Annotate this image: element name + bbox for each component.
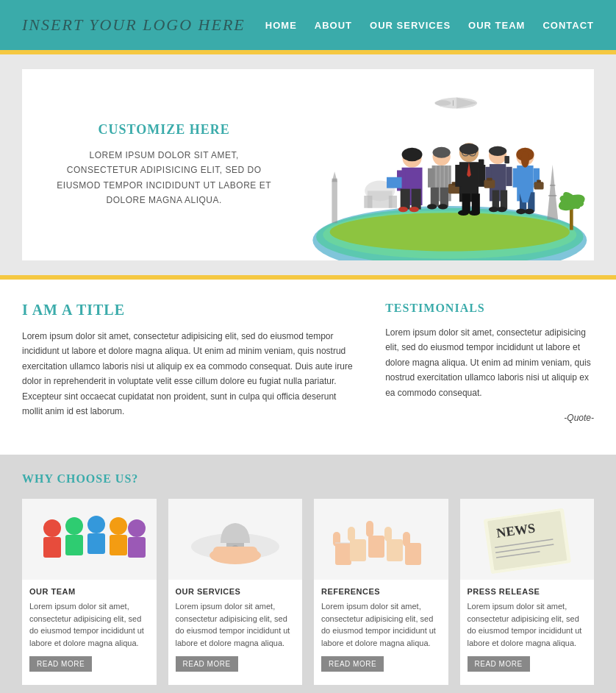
svg-rect-82 [534, 182, 544, 189]
card-services-title: Our Services [176, 587, 296, 596]
card-services-body: Our Services Lorem ipsum dolor sit amet,… [168, 580, 303, 678]
nav-contact[interactable]: Contact [542, 20, 594, 31]
svg-point-45 [427, 204, 437, 209]
svg-rect-39 [428, 168, 434, 188]
svg-rect-65 [493, 191, 499, 210]
testimonials-text: Lorem ipsum dolor sit amet, consectetur … [385, 325, 594, 400]
card-references: References Lorem ipsum dolor sit amet, c… [314, 499, 448, 685]
card-team: Our Team Lorem ipsum dolor sit amet, con… [22, 499, 157, 685]
hero-paragraph: LOREM IPSUM DOLOR SIT AMET,CONSECTETUR A… [57, 148, 271, 208]
main-nav: Home About Our Services Our Team Contact [265, 20, 594, 31]
card-press: NEWS Press Release Lorem ipsum dolor sit… [460, 499, 595, 685]
svg-rect-97 [110, 535, 127, 555]
svg-rect-40 [431, 188, 439, 207]
main-left-heading: I Am A Title [22, 302, 356, 319]
nav-team[interactable]: Our Team [468, 20, 525, 31]
main-right-column: Testimonials Lorem ipsum dolor sit amet,… [385, 302, 594, 425]
card-references-text: Lorem ipsum dolor sit amet, consectetur … [321, 600, 441, 649]
card-references-body: References Lorem ipsum dolor sit amet, c… [314, 580, 448, 678]
svg-rect-41 [440, 188, 448, 207]
main-content-section: I Am A Title Lorem ipsum dolor sit amet,… [0, 280, 616, 455]
hero-illustration [306, 69, 594, 260]
svg-point-90 [43, 519, 61, 537]
svg-rect-99 [128, 537, 146, 558]
nav-services[interactable]: Our Services [370, 20, 451, 31]
svg-rect-104 [213, 547, 257, 555]
why-heading: Why Choose Us? [22, 472, 594, 486]
svg-point-17 [435, 100, 451, 105]
svg-point-71 [489, 207, 498, 212]
svg-rect-95 [87, 533, 105, 554]
svg-rect-49 [456, 165, 462, 187]
site-header: Insert Your Logo Here Home About Our Ser… [0, 0, 616, 50]
nav-about[interactable]: About [315, 20, 352, 31]
card-team-text: Lorem ipsum dolor sit amet, consectetur … [29, 600, 149, 649]
svg-rect-27 [401, 189, 410, 210]
quote-text: -Quote- [385, 411, 594, 425]
svg-point-20 [498, 105, 518, 118]
hero-section: Customize Here LOREM IPSUM DOLOR SIT AME… [0, 54, 616, 275]
svg-rect-67 [505, 156, 510, 163]
svg-rect-117 [487, 511, 567, 571]
card-team-title: Our Team [29, 587, 149, 596]
svg-rect-26 [412, 170, 420, 191]
svg-point-92 [65, 517, 83, 535]
nav-home[interactable]: Home [265, 20, 297, 31]
cards-container: Our Team Lorem ipsum dolor sit amet, con… [22, 499, 594, 685]
svg-point-19 [520, 103, 545, 117]
svg-rect-51 [462, 193, 470, 213]
svg-rect-52 [472, 193, 480, 213]
main-left-column: I Am A Title Lorem ipsum dolor sit amet,… [22, 302, 356, 425]
svg-rect-113 [384, 527, 392, 541]
svg-point-32 [409, 207, 419, 212]
svg-point-72 [498, 207, 507, 212]
svg-point-81 [521, 151, 529, 167]
svg-rect-110 [368, 536, 384, 558]
svg-rect-8 [332, 179, 337, 224]
svg-rect-109 [348, 527, 355, 541]
svg-point-4 [330, 213, 570, 251]
hero-text-panel: Customize Here LOREM IPSUM DOLOR SIT AME… [22, 69, 306, 260]
svg-point-60 [469, 210, 480, 216]
card-team-button[interactable]: Read More [29, 656, 92, 672]
svg-rect-108 [350, 539, 366, 561]
svg-rect-112 [387, 539, 403, 561]
card-services: Our Services Lorem ipsum dolor sit amet,… [168, 499, 303, 685]
card-press-body: Press Release Lorem ipsum dolor sit amet… [460, 580, 595, 678]
svg-point-85 [525, 209, 534, 214]
svg-point-22 [361, 121, 382, 133]
card-references-image [314, 499, 448, 580]
svg-point-46 [438, 204, 448, 209]
svg-rect-115 [403, 532, 410, 547]
card-references-button[interactable]: Read More [321, 656, 384, 672]
svg-point-31 [398, 207, 408, 212]
card-services-image [168, 499, 303, 580]
svg-rect-64 [506, 167, 512, 186]
why-section: Why Choose Us? Our [0, 455, 616, 693]
svg-point-68 [489, 146, 506, 156]
logo: Insert Your Logo Here [22, 15, 246, 35]
svg-point-96 [110, 517, 127, 535]
main-left-text: Lorem ipsum dolor sit amet, consectetur … [22, 329, 356, 419]
svg-rect-12 [365, 196, 373, 208]
svg-point-57 [459, 143, 479, 154]
svg-point-59 [458, 210, 469, 216]
svg-point-94 [87, 516, 105, 533]
svg-rect-106 [333, 532, 340, 547]
svg-point-84 [517, 209, 526, 214]
testimonials-heading: Testimonials [385, 302, 594, 315]
svg-point-98 [128, 519, 146, 537]
hero-image-panel [306, 69, 594, 260]
card-references-title: References [321, 587, 441, 596]
svg-rect-111 [366, 521, 373, 537]
card-services-text: Lorem ipsum dolor sit amet, consectetur … [176, 600, 296, 649]
svg-rect-28 [412, 189, 421, 210]
svg-point-30 [402, 148, 423, 162]
card-press-button[interactable]: Read More [468, 656, 530, 672]
card-press-image: NEWS [460, 499, 595, 580]
card-team-image [22, 499, 157, 580]
card-press-text: Lorem ipsum dolor sit amet, consectetur … [468, 600, 587, 649]
card-team-body: Our Team Lorem ipsum dolor sit amet, con… [22, 580, 157, 678]
card-services-button[interactable]: Read More [176, 656, 238, 672]
svg-rect-66 [501, 191, 507, 210]
